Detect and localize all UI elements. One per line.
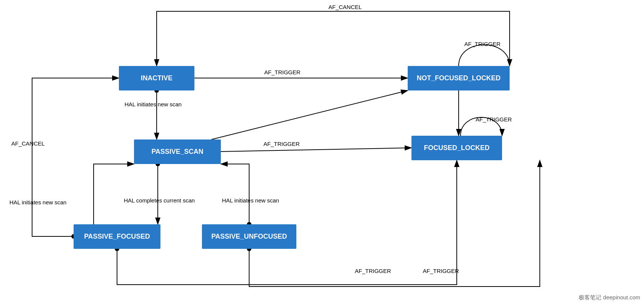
state-passive-unfocused: PASSIVE_UNFOCUSED (202, 224, 296, 249)
state-passive-focused: PASSIVE_FOCUSED (74, 224, 160, 249)
label-hal-new-scan-right: HAL initiates new scan (222, 197, 279, 204)
label-af-cancel-top: AF_CANCEL (328, 4, 362, 10)
label-af-trigger-nfl-self: AF_TRIGGER (464, 41, 501, 47)
state-passive-scan: PASSIVE_SCAN (134, 139, 221, 164)
label-af-trigger-fl-self: AF_TRIGGER (476, 116, 512, 123)
label-af-trigger-pf-fl: AF_TRIGGER (355, 268, 391, 274)
label-af-trigger-ps-fl: AF_TRIGGER (263, 141, 300, 147)
arrows-svg (0, 0, 644, 305)
state-focused-locked: FOCUSED_LOCKED (411, 136, 502, 160)
label-af-cancel-left: AF_CANCEL (11, 140, 45, 147)
label-af-trigger-inactive-nfl: AF_TRIGGER (264, 69, 300, 75)
watermark: 极客笔记 deepinout.com (579, 294, 640, 301)
diagram-container: INACTIVE PASSIVE_SCAN PASSIVE_FOCUSED PA… (0, 0, 644, 305)
state-not-focused-locked: NOT_FOCUSED_LOCKED (408, 66, 510, 90)
state-inactive: INACTIVE (119, 66, 194, 90)
label-hal-completes: HAL completes current scan (124, 197, 195, 204)
label-af-trigger-pu-fl: AF_TRIGGER (423, 268, 459, 274)
label-hal-new-scan-inactive: HAL initiates new scan (125, 101, 182, 107)
label-hal-new-scan-left: HAL initiates new scan (9, 199, 66, 205)
